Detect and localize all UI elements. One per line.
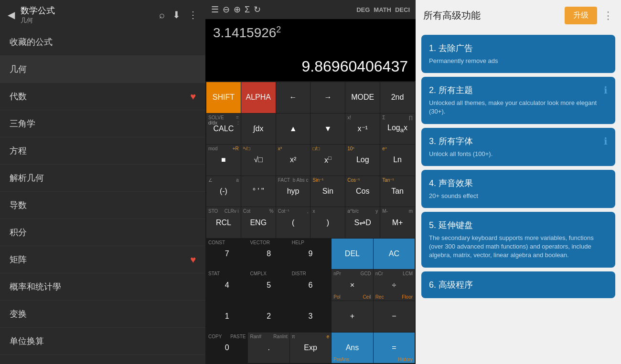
calc-key-1-5[interactable]: Σ∏Logax: [380, 114, 415, 145]
calc-key-8-0[interactable]: COPYPASTE0: [206, 333, 247, 364]
feature-card-1[interactable]: 2. 所有主题 Unlocked all themes, make your c…: [421, 77, 615, 124]
calc-key-0-3[interactable]: →: [310, 82, 345, 113]
btn-sublabel-tr: PASTE: [230, 334, 246, 339]
calc-key-4-2[interactable]: Cot⁻¹,(: [276, 207, 310, 238]
calc-key-2-0[interactable]: mod+R■: [206, 145, 241, 176]
menu-item-7[interactable]: 积分: [0, 219, 205, 246]
calc-key-7-1[interactable]: 2: [248, 301, 289, 332]
calc-key-1-3[interactable]: ▼: [310, 114, 345, 145]
btn-label: x⁻¹: [358, 124, 368, 133]
calc-key-6-3[interactable]: nPrGCDPolCeil×: [332, 270, 373, 301]
menu-item-11[interactable]: 单位换算: [0, 328, 205, 355]
calc-key-7-0[interactable]: 1: [206, 301, 247, 332]
deg-mode[interactable]: DEG: [356, 6, 370, 13]
info-icon-2[interactable]: ℹ: [604, 135, 608, 147]
btn-sublabel-tr: %: [269, 208, 274, 214]
feature-card-0[interactable]: 1. 去除广告 Permanently remove ads: [421, 35, 615, 73]
calc-key-2-3[interactable]: □/□x□: [310, 145, 345, 176]
calc-key-2-1[interactable]: ³√□√□: [241, 145, 276, 176]
feature-card-3[interactable]: 4. 声音效果 20+ sounds effect: [421, 170, 615, 208]
plus-circle-icon[interactable]: ⊕: [234, 4, 241, 15]
calc-key-7-2[interactable]: 3: [290, 301, 331, 332]
menu-item-0[interactable]: 收藏的公式: [0, 29, 205, 56]
calc-key-0-2[interactable]: ←: [276, 82, 310, 113]
menu-item-3[interactable]: 三角学: [0, 110, 205, 137]
calc-key-0-4[interactable]: MODE: [345, 82, 380, 113]
right-title: 所有高级功能: [423, 9, 481, 22]
btn-sublabel-bl: Pol: [333, 294, 340, 300]
menu-item-10[interactable]: 变换: [0, 301, 205, 328]
info-icon-1[interactable]: ℹ: [604, 84, 608, 96]
btn-label: 8: [267, 250, 271, 258]
calc-key-5-3[interactable]: DEL: [332, 239, 373, 270]
btn-sublabel-tl: CONST: [208, 240, 225, 245]
feature-desc-1: Unlocked all themes, make your calculato…: [429, 99, 608, 116]
calc-key-6-1[interactable]: CMPLX5: [248, 270, 289, 301]
menu-item-9[interactable]: 概率和统计學: [0, 273, 205, 301]
calc-key-3-3[interactable]: Sin⁻¹Sin: [310, 176, 345, 207]
menu-icon[interactable]: ☰: [211, 4, 219, 15]
calc-key-0-1[interactable]: ALPHA: [241, 82, 276, 113]
calc-key-8-1[interactable]: Ran#RanInt.: [248, 333, 289, 364]
btn-label: −: [392, 312, 396, 321]
minus-circle-icon[interactable]: ⊖: [223, 4, 230, 15]
calc-key-3-5[interactable]: Tan⁻¹Tan: [380, 176, 415, 207]
btn-sublabel-tl: HELP: [292, 240, 304, 245]
feature-card-4[interactable]: 5. 延伸键盘 The secondary keyboard supports …: [421, 212, 615, 268]
calc-key-1-0[interactable]: SOLVE=d/dx:CALC: [206, 114, 241, 145]
menu-item-4[interactable]: 方程: [0, 137, 205, 165]
calc-key-0-5[interactable]: 2nd: [380, 82, 415, 113]
sigma-icon[interactable]: Σ: [245, 5, 250, 15]
btn-label: 5: [267, 281, 271, 290]
btn-sublabel-tl: 10ˣ: [347, 146, 354, 151]
menu-item-1[interactable]: 几何: [0, 56, 205, 83]
search-button[interactable]: ⌕: [159, 10, 165, 21]
calc-key-5-4[interactable]: AC: [374, 239, 415, 270]
download-button[interactable]: ⬇: [172, 9, 181, 21]
calc-key-1-4[interactable]: x!x⁻¹: [345, 114, 380, 145]
calc-key-7-3[interactable]: +: [332, 301, 373, 332]
more-button[interactable]: ⋮: [188, 9, 198, 21]
calc-key-8-3[interactable]: PreAnsAns: [332, 333, 373, 364]
feature-card-2[interactable]: 3. 所有字体 Unlock all fonts (100+). ℹ: [421, 128, 615, 166]
calc-key-2-4[interactable]: 10ˣLog: [345, 145, 380, 176]
calc-key-5-2[interactable]: HELP9: [290, 239, 331, 270]
right-more-icon[interactable]: ⋮: [603, 10, 613, 22]
math-mode[interactable]: MATH: [374, 6, 391, 13]
calc-key-4-1[interactable]: Cot%ENG: [241, 207, 276, 238]
feature-card-5[interactable]: 6. 高级程序: [421, 271, 615, 298]
menu-item-5[interactable]: 解析几何: [0, 165, 205, 192]
calc-key-3-1[interactable]: ° ' ": [241, 176, 276, 207]
calc-key-3-2[interactable]: FACTb Abs chyp: [276, 176, 310, 207]
calc-key-7-4[interactable]: −: [374, 301, 415, 332]
calc-key-1-1[interactable]: ∫dx: [241, 114, 276, 145]
calc-key-6-0[interactable]: STAT4: [206, 270, 247, 301]
calc-key-6-2[interactable]: DISTR6: [290, 270, 331, 301]
button-row-2: mod+R■³√□√□x³x²□/□x□10ˣLogeˣLn: [206, 145, 415, 176]
calc-key-2-2[interactable]: x³x²: [276, 145, 310, 176]
back-button[interactable]: ◀: [8, 9, 15, 21]
calc-key-0-0[interactable]: SHIFT: [206, 82, 241, 113]
calc-key-4-4[interactable]: a^b/cyS⇌D: [345, 207, 380, 238]
calc-key-4-5[interactable]: M-mM+: [380, 207, 415, 238]
btn-sublabel-tr: =: [236, 115, 239, 120]
deci-mode[interactable]: DECI: [395, 6, 410, 13]
btn-label: M+: [392, 218, 403, 227]
menu-item-8[interactable]: 矩阵♥: [0, 246, 205, 273]
calc-key-1-2[interactable]: ▲: [276, 114, 310, 145]
calc-key-5-1[interactable]: VECTOR8: [248, 239, 289, 270]
calc-key-2-5[interactable]: eˣLn: [380, 145, 415, 176]
calc-key-8-2[interactable]: πeExp: [290, 333, 331, 364]
calc-key-5-0[interactable]: CONST7: [206, 239, 247, 270]
upgrade-button[interactable]: 升级: [565, 7, 597, 24]
calc-key-3-4[interactable]: Cos⁻¹Cos: [345, 176, 380, 207]
refresh-icon[interactable]: ↻: [254, 4, 261, 15]
btn-label: (-): [220, 187, 227, 196]
menu-item-2[interactable]: 代数♥: [0, 83, 205, 110]
calc-key-3-0[interactable]: ∠a(-): [206, 176, 241, 207]
calc-key-4-0[interactable]: STOCLRv iRCL: [206, 207, 241, 238]
calc-key-8-4[interactable]: History=: [374, 333, 415, 364]
calc-key-4-3[interactable]: x): [310, 207, 345, 238]
calc-key-6-4[interactable]: nCrLCMRecFloor÷: [374, 270, 415, 301]
menu-item-6[interactable]: 导数: [0, 192, 205, 219]
